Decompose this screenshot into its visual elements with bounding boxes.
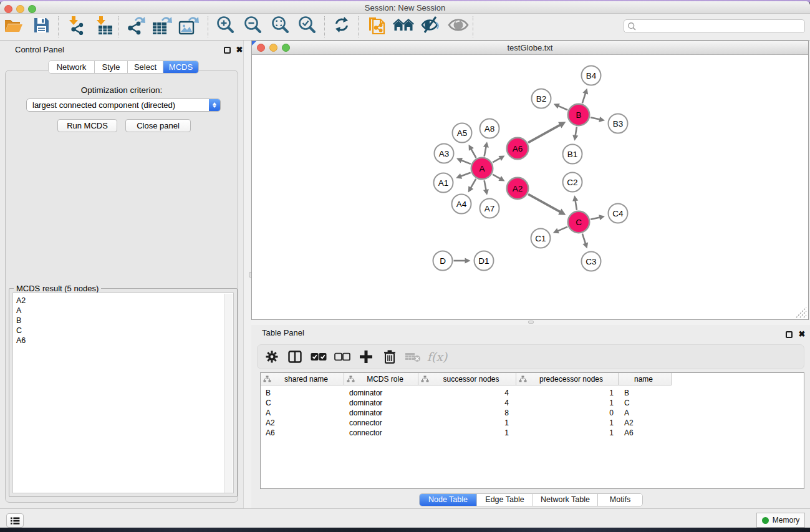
table-panel-close-button[interactable]: ✖ bbox=[798, 331, 806, 339]
tab-edge-table[interactable]: Edge Table bbox=[477, 494, 533, 506]
app-title: Session: New Session bbox=[0, 3, 810, 12]
memory-status-button[interactable]: Memory bbox=[756, 513, 805, 528]
unchecked-boxes-icon bbox=[334, 353, 350, 361]
table-panel-float-button[interactable] bbox=[786, 331, 793, 339]
task-history-button[interactable] bbox=[6, 513, 24, 528]
clone-network-button[interactable] bbox=[365, 14, 388, 36]
horizontal-split-grip[interactable] bbox=[528, 321, 534, 324]
edge-C-C1[interactable] bbox=[557, 227, 567, 231]
deselect-all-button[interactable] bbox=[334, 353, 350, 361]
edge-A-A2[interactable] bbox=[493, 175, 501, 180]
table-row[interactable]: Cdominator41C bbox=[261, 398, 804, 408]
edge-C-C3[interactable] bbox=[582, 234, 586, 244]
list-item[interactable]: A6 bbox=[13, 336, 233, 346]
search-field[interactable] bbox=[624, 19, 805, 33]
export-image-icon bbox=[178, 15, 200, 35]
import-network-button[interactable] bbox=[64, 14, 87, 36]
result-list-scrollbar[interactable] bbox=[224, 294, 233, 493]
edge-A-A7[interactable] bbox=[485, 180, 486, 191]
table-row[interactable]: A6connector11A6 bbox=[261, 428, 804, 438]
save-session-button[interactable] bbox=[29, 14, 53, 36]
edge-A2-C[interactable] bbox=[528, 194, 561, 212]
column-header-shared-name[interactable]: shared name bbox=[261, 373, 344, 385]
vertical-split-divider[interactable] bbox=[243, 41, 251, 508]
table-cell: A6 bbox=[619, 428, 672, 438]
tab-motifs[interactable]: Motifs bbox=[598, 494, 642, 506]
gear-icon bbox=[265, 350, 279, 364]
add-column-button[interactable] bbox=[359, 350, 373, 364]
select-all-button[interactable] bbox=[311, 353, 327, 361]
table-cell: 1 bbox=[516, 398, 619, 408]
edge-C-C4[interactable] bbox=[591, 217, 600, 220]
close-panel-button[interactable]: Close panel bbox=[125, 119, 191, 132]
tab-network[interactable]: Network bbox=[49, 61, 95, 73]
import-table-button[interactable] bbox=[91, 14, 115, 36]
control-panel-close-button[interactable]: ✖ bbox=[235, 46, 244, 55]
table-options-button[interactable] bbox=[265, 350, 279, 364]
zoom-selected-button[interactable] bbox=[295, 14, 319, 36]
network-canvas[interactable]: AA1A2A3A4A5A6A7A8BB1B2B3B4CC1C2C3C4DD1 bbox=[252, 55, 808, 319]
edge-C-C2[interactable] bbox=[575, 200, 577, 210]
zoom-out-button[interactable] bbox=[241, 14, 264, 36]
node-label-A5: A5 bbox=[457, 128, 468, 138]
list-item[interactable]: C bbox=[13, 326, 233, 336]
search-input[interactable] bbox=[637, 22, 804, 31]
column-header-predecessor-nodes[interactable]: predecessor nodes bbox=[516, 373, 619, 385]
main-area: Control Panel ✖ NetworkStyleSelectMCDS O… bbox=[0, 41, 810, 508]
edge-A-A6[interactable] bbox=[493, 158, 501, 163]
function-builder-button[interactable]: f(x) bbox=[427, 350, 448, 364]
show-columns-button[interactable] bbox=[288, 351, 302, 363]
control-panel-tabs: NetworkStyleSelectMCDS bbox=[48, 60, 199, 74]
export-image-button[interactable] bbox=[177, 14, 201, 36]
zoom-fit-button[interactable] bbox=[268, 14, 292, 36]
criterion-dropdown-value: largest connected component (directed) bbox=[32, 100, 175, 110]
edge-A-A5[interactable] bbox=[471, 148, 476, 158]
table-row[interactable]: Bdominator41B bbox=[261, 388, 804, 398]
edge-B-B2[interactable] bbox=[557, 105, 567, 110]
edge-B-B3[interactable] bbox=[591, 117, 600, 120]
export-table-button[interactable] bbox=[150, 14, 174, 36]
toolbar-separator bbox=[118, 16, 119, 37]
edge-B-B4[interactable] bbox=[582, 92, 586, 103]
toolbar-separator bbox=[324, 16, 325, 37]
horizontal-split-divider[interactable] bbox=[251, 320, 810, 325]
network-overview-button[interactable] bbox=[392, 14, 415, 36]
refresh-network-button[interactable] bbox=[330, 14, 354, 36]
window-resize-grip[interactable] bbox=[794, 305, 808, 319]
edge-A-A8[interactable] bbox=[485, 146, 486, 157]
show-all-button[interactable] bbox=[446, 14, 470, 36]
plus-icon bbox=[359, 350, 373, 364]
run-mcds-button[interactable]: Run MCDS bbox=[57, 119, 117, 132]
tab-network-table[interactable]: Network Table bbox=[533, 494, 598, 506]
list-item[interactable]: A bbox=[13, 306, 233, 316]
edge-B-B1[interactable] bbox=[575, 127, 576, 137]
column-header-successor-nodes[interactable]: successor nodes bbox=[418, 373, 516, 385]
hide-selected-button[interactable] bbox=[419, 14, 443, 36]
delete-table-button[interactable] bbox=[405, 351, 421, 362]
tab-style[interactable]: Style bbox=[95, 61, 128, 73]
list-item[interactable]: B bbox=[13, 316, 233, 326]
edge-A-A3[interactable] bbox=[461, 160, 471, 163]
column-header-MCDS-role[interactable]: MCDS role bbox=[344, 373, 418, 385]
table-cell: 1 bbox=[516, 388, 619, 398]
zoom-in-button[interactable] bbox=[213, 14, 237, 36]
tab-node-table[interactable]: Node Table bbox=[420, 494, 477, 506]
edge-A-A4[interactable] bbox=[470, 179, 476, 188]
table-row[interactable]: Adominator80A bbox=[261, 408, 804, 418]
table-cell: 4 bbox=[418, 398, 516, 408]
criterion-dropdown[interactable]: largest connected component (directed) bbox=[26, 99, 221, 112]
open-session-button[interactable] bbox=[1, 14, 25, 36]
edge-arrowhead bbox=[483, 189, 489, 195]
delete-column-button[interactable] bbox=[383, 350, 396, 364]
table-row[interactable]: A2connector11A2 bbox=[261, 418, 804, 428]
edge-A-A1[interactable] bbox=[460, 173, 471, 177]
list-item[interactable]: A2 bbox=[13, 296, 233, 306]
desktop-wallpaper-bottom bbox=[0, 528, 810, 532]
mcds-result-list[interactable]: A2ABCA6 bbox=[12, 293, 234, 493]
tab-mcds[interactable]: MCDS bbox=[163, 61, 198, 73]
export-network-button[interactable] bbox=[125, 14, 148, 36]
edge-A6-B[interactable] bbox=[528, 125, 561, 143]
control-panel-float-button[interactable] bbox=[224, 47, 231, 54]
column-header-name[interactable]: name bbox=[619, 373, 672, 385]
tab-select[interactable]: Select bbox=[128, 61, 163, 73]
